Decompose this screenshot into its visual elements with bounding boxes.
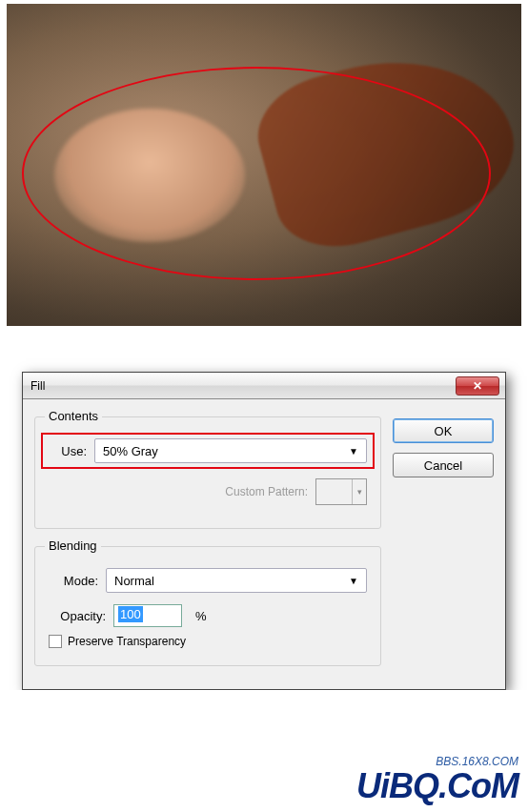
chevron-down-icon: ▼ <box>349 576 358 586</box>
opacity-unit: % <box>195 609 207 623</box>
mode-label: Mode: <box>49 574 98 588</box>
custom-pattern-picker: ▾ <box>315 478 367 505</box>
cancel-button[interactable]: Cancel <box>393 453 494 477</box>
preserve-transparency-label: Preserve Transparency <box>68 635 186 648</box>
mode-dropdown[interactable]: Normal ▼ <box>106 568 367 593</box>
highlight-ellipse <box>22 67 491 280</box>
close-icon: ✕ <box>473 379 482 393</box>
blending-group: Blending Mode: Normal ▼ Opacity: 100 <box>34 546 381 666</box>
preserve-transparency-checkbox[interactable] <box>49 635 62 648</box>
opacity-label: Opacity: <box>49 609 106 623</box>
example-image <box>7 4 521 326</box>
use-row-highlight: Use: 50% Gray ▼ <box>41 433 375 469</box>
fill-dialog: Fill ✕ Contents Use: 50% Gray ▼ <box>22 372 506 690</box>
ok-button[interactable]: OK <box>393 418 494 443</box>
contents-group: Contents Use: 50% Gray ▼ Custom Pattern:… <box>34 416 381 529</box>
opacity-value: 100 <box>118 606 143 622</box>
chevron-down-icon: ▼ <box>349 446 358 457</box>
close-button[interactable]: ✕ <box>456 376 499 396</box>
contents-legend: Contents <box>45 409 102 423</box>
use-dropdown[interactable]: 50% Gray ▼ <box>94 438 367 463</box>
mode-value: Normal <box>114 574 154 588</box>
ok-button-label: OK <box>435 424 453 438</box>
dialog-title: Fill <box>30 379 45 393</box>
opacity-input[interactable]: 100 <box>113 604 182 627</box>
blending-legend: Blending <box>45 538 101 553</box>
use-label: Use: <box>49 444 87 458</box>
custom-pattern-label: Custom Pattern: <box>225 485 308 498</box>
chevron-down-icon: ▾ <box>353 479 366 504</box>
use-value: 50% Gray <box>103 444 158 458</box>
dialog-body: Contents Use: 50% Gray ▼ Custom Pattern:… <box>23 399 505 689</box>
dialog-titlebar[interactable]: Fill ✕ <box>23 373 505 399</box>
cancel-button-label: Cancel <box>424 458 462 473</box>
